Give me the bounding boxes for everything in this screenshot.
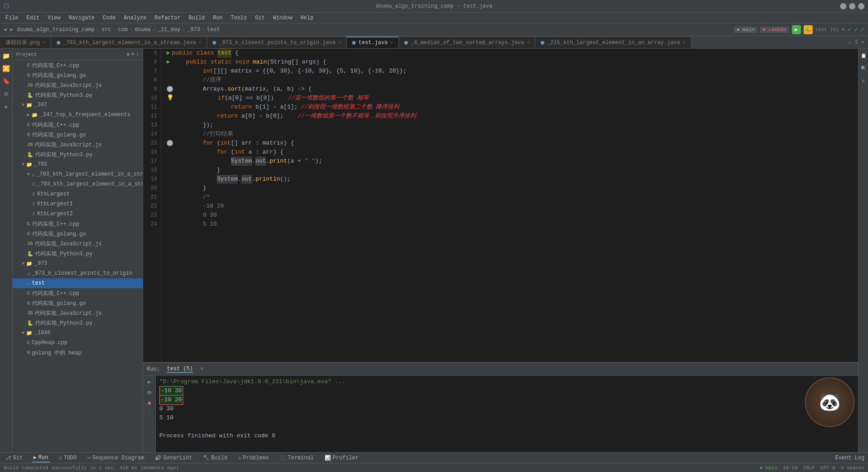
status-indent[interactable]: 4 spaces bbox=[841, 465, 864, 471]
maximize-button[interactable] bbox=[849, 3, 855, 9]
project-icon[interactable]: 📁 bbox=[1, 50, 12, 61]
run-button[interactable]: ▶ bbox=[792, 25, 801, 34]
tree-item-go2[interactable]: G 代码实现_golang.go bbox=[13, 130, 143, 140]
tab-215[interactable]: _215_kth_largest_element_in_an_array.jav… bbox=[535, 36, 691, 48]
right-icon-1[interactable]: 📋 bbox=[858, 50, 868, 61]
run-stop-btn[interactable]: ■ bbox=[145, 399, 154, 408]
commit-icon[interactable]: 🔀 bbox=[1, 63, 12, 74]
run-config-dropdown[interactable]: ▾ bbox=[841, 26, 845, 33]
bottom-tab-sonar[interactable]: 🔊 SonarLint bbox=[153, 454, 194, 462]
tree-item-js1[interactable]: JS 代码实现_JavaScript.js bbox=[13, 80, 143, 90]
tree-item-golang-heap[interactable]: G golang 中的 heap bbox=[13, 348, 143, 358]
status-encoding[interactable]: UTF-8 bbox=[820, 465, 835, 471]
tree-item-cpp3[interactable]: C 代码实现_C++.cpp bbox=[13, 219, 143, 229]
status-line-endings[interactable]: CRLF bbox=[803, 465, 815, 471]
menu-navigate[interactable]: Navigate bbox=[65, 14, 98, 22]
tree-item-js2[interactable]: JS 代码实现_JavaScript.js bbox=[13, 140, 143, 150]
tab-screenshot[interactable]: 课程目录.png × bbox=[0, 36, 51, 48]
breadcrumb-11day[interactable]: _11_day bbox=[158, 27, 180, 33]
nav-back-icon[interactable]: ◀ bbox=[4, 27, 7, 32]
tree-item-test[interactable]: ☕ test bbox=[13, 278, 143, 288]
run-more-btn[interactable]: ⋮ bbox=[145, 410, 154, 419]
sidebar-sort-icon[interactable]: ↕ bbox=[136, 51, 139, 57]
breadcrumb-douma[interactable]: douma bbox=[135, 27, 151, 33]
menu-window[interactable]: Window bbox=[269, 14, 296, 22]
tab-close-test[interactable]: × bbox=[390, 41, 393, 45]
menu-view[interactable]: View bbox=[44, 14, 64, 22]
breadcrumb-com[interactable]: com bbox=[118, 27, 128, 33]
tree-item-703[interactable]: ▼ 📁 _703 bbox=[13, 159, 143, 169]
tree-item-py2[interactable]: 🐍 代码实现_Python3.py bbox=[13, 150, 143, 159]
menu-run[interactable]: Run bbox=[209, 14, 226, 22]
tree-item-cpp2[interactable]: C 代码实现_C++.cpp bbox=[13, 120, 143, 130]
code-editor[interactable]: ▶ public class test { ▶ public static vo… bbox=[161, 49, 858, 362]
event-log[interactable]: Event Log bbox=[835, 455, 864, 461]
tree-item-cpp1[interactable]: C 代码实现_C++.cpp bbox=[13, 60, 143, 70]
menu-edit[interactable]: Edit bbox=[23, 14, 43, 22]
menu-refactor[interactable]: Refactor bbox=[151, 14, 184, 22]
tree-item-703java[interactable]: ▼ ☕ _703_kth_largest_element_in_a_stream… bbox=[13, 169, 143, 179]
bottom-tab-problems[interactable]: ⚠ Problems bbox=[236, 454, 271, 462]
tree-item-1046[interactable]: ▼ 📁 _1046 bbox=[13, 328, 143, 338]
bottom-tab-run[interactable]: ▶ Run bbox=[32, 454, 50, 463]
tree-item-js4[interactable]: JS 代码实现_JavaScript.js bbox=[13, 308, 143, 318]
tree-item-cpp4[interactable]: C 代码实现_C++.cpp bbox=[13, 288, 143, 298]
bottom-tab-git[interactable]: ⎇ Git bbox=[4, 454, 25, 462]
right-icon-2[interactable]: 🔍 bbox=[858, 63, 868, 74]
run-config-label[interactable]: test (5) bbox=[815, 27, 839, 32]
menu-tools[interactable]: Tools bbox=[227, 14, 251, 22]
status-cursor[interactable]: 10:29 bbox=[783, 465, 798, 471]
breadcrumb-973[interactable]: _973 bbox=[187, 27, 200, 33]
menu-help[interactable]: Help bbox=[297, 14, 317, 22]
breadcrumb-src[interactable]: src bbox=[101, 27, 111, 33]
status-git-branch[interactable]: ♦ main bbox=[760, 465, 778, 471]
tab-close-973[interactable]: × bbox=[338, 40, 341, 45]
breadcrumb-test[interactable]: test bbox=[207, 27, 220, 33]
tree-item-py3[interactable]: 🐍 代码实现_Python3.py bbox=[13, 249, 143, 259]
bottom-tab-terminal[interactable]: ⬛ Terminal bbox=[278, 454, 316, 462]
tab-close-215[interactable]: × bbox=[683, 40, 686, 45]
menu-code[interactable]: Code bbox=[99, 14, 119, 22]
run-tab-close[interactable]: × bbox=[200, 366, 203, 372]
tree-item-py4[interactable]: 🐍 代码实现_Python3.py bbox=[13, 318, 143, 328]
bottom-tab-profiler[interactable]: 📊 Profiler bbox=[323, 454, 361, 462]
branch-lambda[interactable]: ♦ Lambda bbox=[760, 27, 789, 33]
sidebar-expand-icon[interactable]: ≡ bbox=[131, 51, 135, 57]
tree-item-973java[interactable]: ☕ _973_k_closest_points_to_origin bbox=[13, 268, 143, 278]
structure-icon[interactable]: ⊞ bbox=[1, 88, 12, 99]
minimize-button[interactable] bbox=[840, 3, 846, 9]
tab-973[interactable]: _973_k_closest_points_to_origin.java × bbox=[207, 36, 347, 48]
favorites-icon[interactable]: ★ bbox=[1, 101, 12, 112]
tree-item-js3[interactable]: JS 代码实现_JavaScript.js bbox=[13, 239, 143, 249]
tab-703[interactable]: _703_kth_largest_element_in_a_stream.jav… bbox=[51, 36, 207, 48]
menu-analyze[interactable]: Analyze bbox=[120, 14, 150, 22]
tree-item-kthlargest2[interactable]: C KthLargest2 bbox=[13, 209, 143, 219]
branch-main[interactable]: ● main bbox=[734, 27, 757, 33]
tab-close-icon[interactable]: × bbox=[43, 40, 45, 45]
tree-item-cppheap[interactable]: C CppHeap.cpp bbox=[13, 338, 143, 348]
debug-button[interactable]: 🐛 bbox=[804, 25, 813, 34]
run-tab-test5[interactable]: test (5) bbox=[167, 366, 193, 373]
close-button[interactable] bbox=[858, 3, 864, 9]
bottom-tab-todo[interactable]: ☑ TODO bbox=[57, 454, 78, 462]
bottom-tab-build[interactable]: 🔨 Build bbox=[201, 454, 229, 462]
bottom-tab-sequence[interactable]: ⟶ Sequence Diagram bbox=[86, 454, 146, 462]
right-icon-3[interactable]: ⚙ bbox=[858, 76, 868, 86]
sidebar-settings-icon[interactable]: ⚙ bbox=[127, 51, 130, 57]
tab-close-4median[interactable]: × bbox=[527, 40, 529, 45]
tree-item-973[interactable]: ▼ 📁 _973 bbox=[13, 259, 143, 268]
tree-item-703class1[interactable]: C _703_kth_largest_element_in_a_stream bbox=[13, 179, 143, 189]
tree-item-347top[interactable]: ▶ 📁 _347_top_k_frequent_elements bbox=[13, 110, 143, 120]
menu-git[interactable]: Git bbox=[252, 14, 269, 22]
breadcrumb-project[interactable]: douma_algo_training_camp bbox=[17, 27, 95, 33]
tree-item-go4[interactable]: G 代码实现_golang.go bbox=[13, 298, 143, 308]
tree-item-kthlargest[interactable]: C KthLargest bbox=[13, 189, 143, 199]
nav-forward-icon[interactable]: ▶ bbox=[10, 27, 14, 32]
run-rerun-btn[interactable]: ⟳ bbox=[145, 388, 154, 397]
tab-4median[interactable]: _4_median_of_two_sorted_arrays.java × bbox=[399, 36, 535, 48]
menu-file[interactable]: File bbox=[2, 14, 22, 22]
tree-item-go3[interactable]: G 代码实现_golang.go bbox=[13, 229, 143, 239]
bookmark-icon[interactable]: 🔖 bbox=[1, 76, 12, 86]
tree-item-347[interactable]: ▼ 📁 _347 bbox=[13, 100, 143, 110]
tab-test[interactable]: test.java × bbox=[347, 36, 399, 48]
